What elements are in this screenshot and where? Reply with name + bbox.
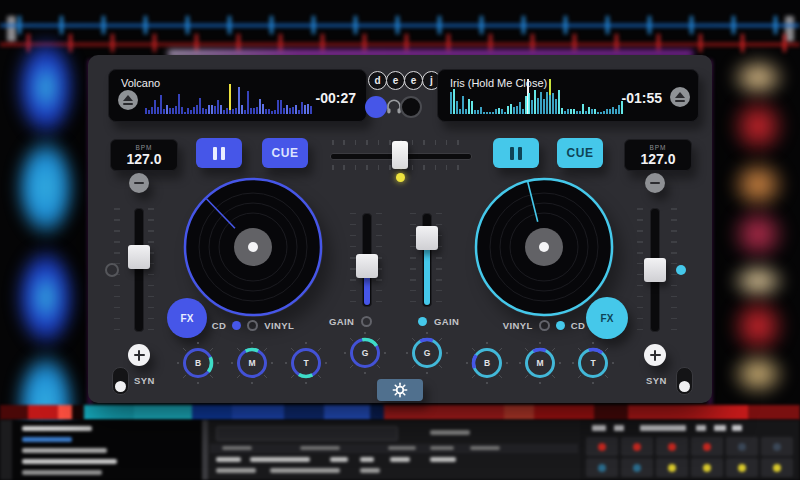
logo-circle: d bbox=[368, 71, 387, 90]
volume-fader-b[interactable] bbox=[416, 213, 438, 307]
pause-icon bbox=[510, 147, 522, 160]
pitch-center-marker-a bbox=[105, 263, 119, 277]
eject-button-a[interactable] bbox=[118, 90, 138, 110]
eq-knob-b-mid[interactable]: M bbox=[518, 341, 562, 385]
eject-button-b[interactable] bbox=[670, 87, 690, 107]
gear-icon bbox=[392, 382, 408, 398]
gain-knob-a[interactable]: G bbox=[343, 331, 387, 375]
deck-a-display[interactable]: Volcano -00:27 bbox=[108, 69, 367, 122]
pitch-fader-a[interactable] bbox=[128, 208, 150, 332]
crossfader[interactable] bbox=[330, 140, 470, 170]
crossfader-handle[interactable] bbox=[392, 141, 408, 169]
source-selected-dot[interactable] bbox=[232, 321, 241, 330]
bpm-display-b[interactable]: BPM 127.0 bbox=[624, 139, 692, 171]
waveform-a[interactable] bbox=[145, 86, 313, 114]
eq-knob-a-bass[interactable]: B bbox=[176, 341, 220, 385]
pitch-minus-button-a[interactable] bbox=[129, 173, 149, 193]
gain-label-a: GAIN bbox=[329, 316, 354, 327]
pause-icon bbox=[213, 147, 225, 160]
minus-icon bbox=[134, 182, 144, 184]
sync-label-b: SYN bbox=[646, 375, 667, 386]
pitch-plus-button-b[interactable] bbox=[644, 344, 666, 366]
eq-knob-b-bass[interactable]: B bbox=[465, 341, 509, 385]
dj-console-panel: Volcano -00:27 d e e j Iris (Hold Me Clo… bbox=[88, 55, 712, 403]
source-toggle-b[interactable]: VINYL CD bbox=[474, 320, 614, 331]
crossfader-indicator-dot bbox=[396, 173, 405, 182]
gain-indicator-b[interactable] bbox=[418, 317, 427, 326]
bpm-label: BPM bbox=[625, 144, 691, 151]
gain-label-b: GAIN bbox=[434, 316, 459, 327]
gain-row-b: GAIN bbox=[418, 316, 459, 327]
time-remaining-b: -01:55 bbox=[622, 90, 662, 106]
bpm-value: 127.0 bbox=[625, 151, 691, 167]
pitch-fader-handle-a[interactable] bbox=[128, 245, 150, 269]
fx-button-a[interactable]: FX bbox=[167, 298, 207, 338]
volume-fader-a[interactable] bbox=[356, 213, 378, 307]
jog-wheel-b[interactable] bbox=[474, 177, 614, 317]
pause-button-a[interactable] bbox=[196, 138, 242, 168]
fx-button-b[interactable]: FX bbox=[586, 297, 628, 339]
cd-label: CD bbox=[212, 320, 227, 331]
logo-circle: e bbox=[386, 71, 405, 90]
bg-color-strip bbox=[0, 405, 800, 420]
monitor-cue-b[interactable] bbox=[400, 96, 422, 118]
eject-icon bbox=[123, 95, 133, 101]
waveform-b[interactable] bbox=[450, 81, 624, 114]
volume-fader-handle-a[interactable] bbox=[356, 254, 378, 278]
time-remaining-a: -00:27 bbox=[316, 90, 356, 106]
bg-track-browser bbox=[0, 420, 800, 480]
sync-toggle-a[interactable] bbox=[112, 367, 129, 395]
eq-knob-a-mid[interactable]: M bbox=[230, 341, 274, 385]
gain-knob-b[interactable]: G bbox=[405, 331, 449, 375]
sync-toggle-b[interactable] bbox=[676, 367, 693, 395]
pitch-minus-button-b[interactable] bbox=[645, 173, 665, 193]
eq-knob-b-treble[interactable]: T bbox=[571, 341, 615, 385]
cue-button-b[interactable]: CUE bbox=[557, 138, 603, 168]
settings-button[interactable] bbox=[377, 379, 423, 401]
pitch-center-marker-b bbox=[676, 265, 686, 275]
pitch-plus-button-a[interactable] bbox=[128, 344, 150, 366]
bg-waveform-blue bbox=[0, 16, 800, 34]
source-selected-dot[interactable] bbox=[556, 321, 565, 330]
source-toggle-a[interactable]: CD VINYL bbox=[183, 320, 323, 331]
source-unselected-dot[interactable] bbox=[539, 320, 550, 331]
cue-button-a[interactable]: CUE bbox=[262, 138, 308, 168]
bpm-value: 127.0 bbox=[111, 151, 177, 167]
pause-button-b[interactable] bbox=[493, 138, 539, 168]
vinyl-label: VINYL bbox=[264, 320, 294, 331]
gain-indicator-a[interactable] bbox=[361, 316, 372, 327]
bpm-label: BPM bbox=[111, 144, 177, 151]
sync-label-a: SYN bbox=[134, 375, 155, 386]
monitor-cue-a[interactable] bbox=[365, 96, 387, 118]
source-unselected-dot[interactable] bbox=[247, 320, 258, 331]
pitch-fader-b[interactable] bbox=[644, 208, 666, 332]
volume-fader-handle-b[interactable] bbox=[416, 226, 438, 250]
gain-row-a: GAIN bbox=[329, 316, 372, 327]
bpm-display-a[interactable]: BPM 127.0 bbox=[110, 139, 178, 171]
deck-b-display[interactable]: Iris (Hold Me Close) -01:55 bbox=[437, 69, 699, 122]
pitch-fader-handle-b[interactable] bbox=[644, 258, 666, 282]
vinyl-label: VINYL bbox=[503, 320, 533, 331]
cd-label: CD bbox=[571, 320, 586, 331]
eq-knob-a-treble[interactable]: T bbox=[284, 341, 328, 385]
minus-icon bbox=[650, 182, 660, 184]
logo-circle: e bbox=[404, 71, 423, 90]
jog-wheel-a[interactable] bbox=[183, 177, 323, 317]
eject-icon bbox=[675, 92, 685, 98]
